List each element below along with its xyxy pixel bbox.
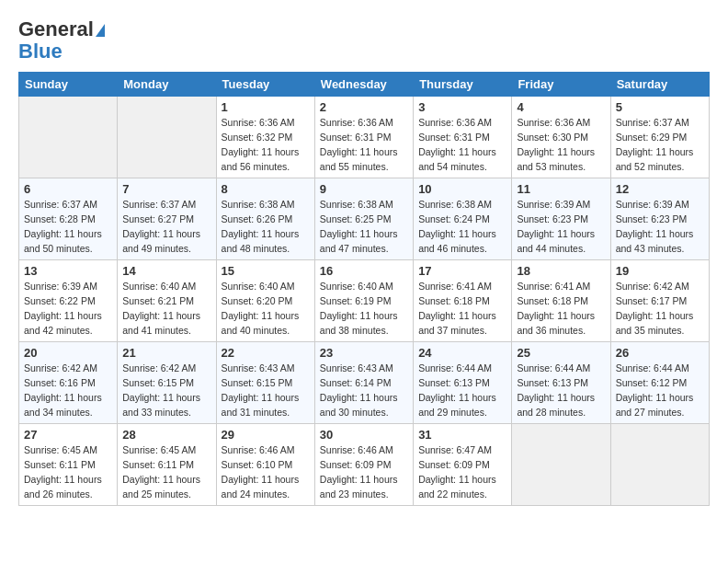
day-number: 19 bbox=[616, 264, 704, 278]
day-header-saturday: Saturday bbox=[610, 73, 709, 97]
day-cell-13: 13 Sunrise: 6:39 AM Sunset: 6:22 PM Dayl… bbox=[19, 260, 118, 342]
day-cell-4: 4 Sunrise: 6:36 AM Sunset: 6:30 PM Dayli… bbox=[512, 97, 610, 178]
day-cell-15: 15 Sunrise: 6:40 AM Sunset: 6:20 PM Dayl… bbox=[216, 260, 314, 342]
day-number: 21 bbox=[122, 346, 210, 360]
day-info: Sunrise: 6:41 AM Sunset: 6:18 PM Dayligh… bbox=[418, 280, 506, 338]
day-info: Sunrise: 6:39 AM Sunset: 6:22 PM Dayligh… bbox=[24, 280, 112, 338]
day-info: Sunrise: 6:44 AM Sunset: 6:12 PM Dayligh… bbox=[616, 362, 704, 419]
day-info: Sunrise: 6:43 AM Sunset: 6:14 PM Dayligh… bbox=[320, 362, 408, 419]
day-info: Sunrise: 6:37 AM Sunset: 6:28 PM Dayligh… bbox=[24, 198, 112, 256]
day-number: 8 bbox=[222, 182, 310, 196]
day-number: 16 bbox=[320, 264, 408, 278]
day-number: 9 bbox=[320, 182, 408, 196]
week-row-5: 27 Sunrise: 6:45 AM Sunset: 6:11 PM Dayl… bbox=[19, 424, 710, 506]
calendar-table: SundayMondayTuesdayWednesdayThursdayFrid… bbox=[18, 72, 710, 506]
day-number: 29 bbox=[222, 428, 310, 442]
day-cell-20: 20 Sunrise: 6:42 AM Sunset: 6:16 PM Dayl… bbox=[19, 342, 118, 424]
day-header-thursday: Thursday bbox=[414, 73, 512, 97]
day-cell-3: 3 Sunrise: 6:36 AM Sunset: 6:31 PM Dayli… bbox=[414, 97, 512, 178]
logo: General Blue bbox=[18, 18, 105, 63]
day-number: 30 bbox=[320, 428, 408, 442]
day-info: Sunrise: 6:44 AM Sunset: 6:13 PM Dayligh… bbox=[418, 362, 506, 419]
day-info: Sunrise: 6:38 AM Sunset: 6:25 PM Dayligh… bbox=[320, 198, 408, 256]
day-number: 4 bbox=[517, 100, 605, 114]
day-info: Sunrise: 6:38 AM Sunset: 6:24 PM Dayligh… bbox=[418, 198, 506, 256]
day-info: Sunrise: 6:42 AM Sunset: 6:15 PM Dayligh… bbox=[122, 362, 210, 419]
logo-blue: Blue bbox=[18, 40, 63, 63]
day-cell-16: 16 Sunrise: 6:40 AM Sunset: 6:19 PM Dayl… bbox=[314, 260, 413, 342]
day-info: Sunrise: 6:46 AM Sunset: 6:09 PM Dayligh… bbox=[320, 443, 408, 501]
day-cell-23: 23 Sunrise: 6:43 AM Sunset: 6:14 PM Dayl… bbox=[314, 342, 413, 424]
day-info: Sunrise: 6:44 AM Sunset: 6:13 PM Dayligh… bbox=[517, 362, 605, 419]
day-number: 14 bbox=[122, 264, 210, 278]
day-header-wednesday: Wednesday bbox=[314, 73, 413, 97]
empty-cell bbox=[19, 97, 118, 178]
day-cell-31: 31 Sunrise: 6:47 AM Sunset: 6:09 PM Dayl… bbox=[414, 424, 512, 506]
day-cell-21: 21 Sunrise: 6:42 AM Sunset: 6:15 PM Dayl… bbox=[118, 342, 216, 424]
day-header-tuesday: Tuesday bbox=[216, 73, 314, 97]
day-info: Sunrise: 6:39 AM Sunset: 6:23 PM Dayligh… bbox=[517, 198, 605, 256]
day-cell-2: 2 Sunrise: 6:36 AM Sunset: 6:31 PM Dayli… bbox=[314, 97, 413, 178]
day-cell-5: 5 Sunrise: 6:37 AM Sunset: 6:29 PM Dayli… bbox=[610, 97, 709, 178]
day-info: Sunrise: 6:45 AM Sunset: 6:11 PM Dayligh… bbox=[122, 443, 210, 501]
day-number: 22 bbox=[222, 346, 310, 360]
day-number: 23 bbox=[320, 346, 408, 360]
day-info: Sunrise: 6:37 AM Sunset: 6:27 PM Dayligh… bbox=[122, 198, 210, 256]
day-number: 12 bbox=[616, 182, 704, 196]
day-number: 17 bbox=[418, 264, 506, 278]
day-cell-14: 14 Sunrise: 6:40 AM Sunset: 6:21 PM Dayl… bbox=[118, 260, 216, 342]
day-cell-9: 9 Sunrise: 6:38 AM Sunset: 6:25 PM Dayli… bbox=[314, 178, 413, 260]
day-number: 20 bbox=[24, 346, 112, 360]
day-info: Sunrise: 6:40 AM Sunset: 6:19 PM Dayligh… bbox=[320, 280, 408, 338]
day-info: Sunrise: 6:39 AM Sunset: 6:23 PM Dayligh… bbox=[616, 198, 704, 256]
day-info: Sunrise: 6:42 AM Sunset: 6:17 PM Dayligh… bbox=[616, 280, 704, 338]
day-cell-8: 8 Sunrise: 6:38 AM Sunset: 6:26 PM Dayli… bbox=[216, 178, 314, 260]
day-number: 15 bbox=[222, 264, 310, 278]
day-number: 28 bbox=[122, 428, 210, 442]
day-number: 10 bbox=[418, 182, 506, 196]
week-row-4: 20 Sunrise: 6:42 AM Sunset: 6:16 PM Dayl… bbox=[19, 342, 710, 424]
day-info: Sunrise: 6:36 AM Sunset: 6:32 PM Dayligh… bbox=[222, 116, 310, 174]
week-row-1: 1 Sunrise: 6:36 AM Sunset: 6:32 PM Dayli… bbox=[19, 97, 710, 178]
day-cell-24: 24 Sunrise: 6:44 AM Sunset: 6:13 PM Dayl… bbox=[414, 342, 512, 424]
day-number: 11 bbox=[517, 182, 605, 196]
logo-general: General bbox=[18, 17, 94, 40]
day-cell-19: 19 Sunrise: 6:42 AM Sunset: 6:17 PM Dayl… bbox=[610, 260, 709, 342]
day-cell-12: 12 Sunrise: 6:39 AM Sunset: 6:23 PM Dayl… bbox=[610, 178, 709, 260]
empty-cell bbox=[512, 424, 610, 506]
day-cell-11: 11 Sunrise: 6:39 AM Sunset: 6:23 PM Dayl… bbox=[512, 178, 610, 260]
empty-cell bbox=[610, 424, 709, 506]
day-info: Sunrise: 6:36 AM Sunset: 6:31 PM Dayligh… bbox=[320, 116, 408, 174]
day-number: 24 bbox=[418, 346, 506, 360]
header-row: SundayMondayTuesdayWednesdayThursdayFrid… bbox=[19, 73, 710, 97]
day-cell-17: 17 Sunrise: 6:41 AM Sunset: 6:18 PM Dayl… bbox=[414, 260, 512, 342]
day-cell-22: 22 Sunrise: 6:43 AM Sunset: 6:15 PM Dayl… bbox=[216, 342, 314, 424]
day-number: 13 bbox=[24, 264, 112, 278]
day-number: 18 bbox=[517, 264, 605, 278]
day-number: 26 bbox=[616, 346, 704, 360]
day-number: 27 bbox=[24, 428, 112, 442]
day-number: 25 bbox=[517, 346, 605, 360]
day-number: 7 bbox=[122, 182, 210, 196]
week-row-3: 13 Sunrise: 6:39 AM Sunset: 6:22 PM Dayl… bbox=[19, 260, 710, 342]
day-info: Sunrise: 6:36 AM Sunset: 6:30 PM Dayligh… bbox=[517, 116, 605, 174]
day-number: 1 bbox=[222, 100, 310, 114]
day-cell-1: 1 Sunrise: 6:36 AM Sunset: 6:32 PM Dayli… bbox=[216, 97, 314, 178]
day-info: Sunrise: 6:38 AM Sunset: 6:26 PM Dayligh… bbox=[222, 198, 310, 256]
page-header: General Blue bbox=[18, 18, 710, 63]
day-number: 6 bbox=[24, 182, 112, 196]
day-cell-18: 18 Sunrise: 6:41 AM Sunset: 6:18 PM Dayl… bbox=[512, 260, 610, 342]
day-info: Sunrise: 6:40 AM Sunset: 6:21 PM Dayligh… bbox=[122, 280, 210, 338]
day-info: Sunrise: 6:40 AM Sunset: 6:20 PM Dayligh… bbox=[222, 280, 310, 338]
day-header-friday: Friday bbox=[512, 73, 610, 97]
day-info: Sunrise: 6:46 AM Sunset: 6:10 PM Dayligh… bbox=[222, 443, 310, 501]
day-cell-25: 25 Sunrise: 6:44 AM Sunset: 6:13 PM Dayl… bbox=[512, 342, 610, 424]
day-info: Sunrise: 6:37 AM Sunset: 6:29 PM Dayligh… bbox=[616, 116, 704, 174]
day-header-sunday: Sunday bbox=[19, 73, 118, 97]
day-cell-28: 28 Sunrise: 6:45 AM Sunset: 6:11 PM Dayl… bbox=[118, 424, 216, 506]
day-info: Sunrise: 6:41 AM Sunset: 6:18 PM Dayligh… bbox=[517, 280, 605, 338]
day-cell-29: 29 Sunrise: 6:46 AM Sunset: 6:10 PM Dayl… bbox=[216, 424, 314, 506]
day-info: Sunrise: 6:43 AM Sunset: 6:15 PM Dayligh… bbox=[222, 362, 310, 419]
day-cell-30: 30 Sunrise: 6:46 AM Sunset: 6:09 PM Dayl… bbox=[314, 424, 413, 506]
day-number: 3 bbox=[418, 100, 506, 114]
